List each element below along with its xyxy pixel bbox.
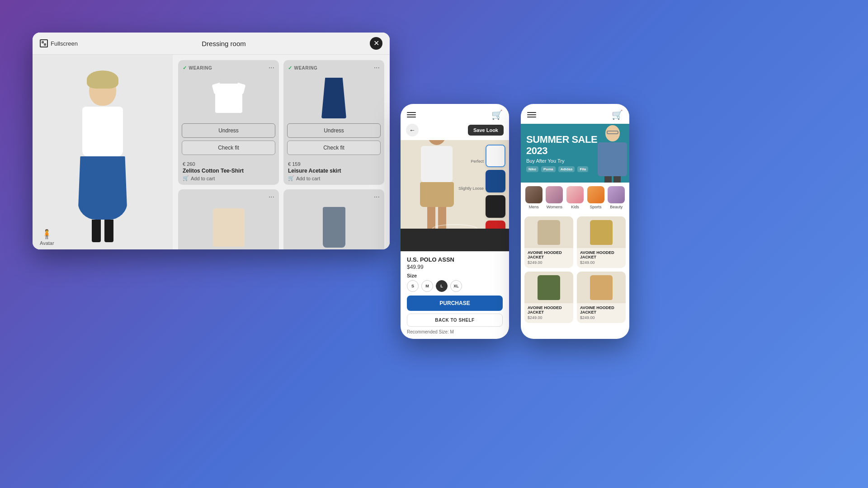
undress-button-skirt[interactable]: Undress [287, 123, 381, 138]
model-body [421, 146, 453, 182]
phone1-product-info: U.S. POLO ASSN $49.99 Size S M L XL PURC… [401, 251, 509, 339]
avatar-section: 🧍 Avatar [33, 55, 173, 249]
category-kids[interactable]: Kids [566, 186, 585, 209]
dressing-room-header: Fullscreen Dressing room ✕ [33, 33, 390, 55]
close-button[interactable]: ✕ [370, 37, 382, 50]
product-brand: U.S. POLO ASSN [407, 256, 503, 263]
jacket-illustration-4 [590, 275, 613, 300]
product-info-1: AVOINE HOODED JACKET $249.00 [524, 248, 573, 268]
item-card-tshirt: ✓ WEARING ··· Undress [178, 60, 279, 185]
fit-label-loose: Slightly Loose [458, 186, 484, 191]
dressing-room-title: Dressing room [202, 40, 246, 47]
cart-icon[interactable]: 🛒 [491, 109, 503, 120]
dressing-room-modal: Fullscreen Dressing room ✕ [33, 33, 390, 249]
cat-name-sports: Sports [590, 205, 602, 209]
sale-banner: SUMMER SALE2023 Buy After You Try Nike P… [521, 124, 629, 183]
dressing-room-body: 🧍 Avatar ✓ WEARING ··· [33, 55, 390, 249]
jacket-illustration-1 [538, 220, 560, 245]
item-more-jeans[interactable]: ··· [374, 193, 380, 201]
avatar-legs [71, 220, 134, 242]
avatar-figure [53, 65, 152, 246]
swatch-black[interactable] [486, 195, 505, 218]
product-price-3: $249.00 [528, 315, 570, 320]
item-card-shirt: ··· € 140 Lotta Fluid shirt 🛒 Add to car… [178, 189, 279, 249]
product-card-2[interactable]: AVOINE HOODED JACKET $249.00 [577, 216, 626, 268]
recommended-size: Recommended Size: M [407, 329, 503, 334]
wearing-badge-skirt: ✓ WEARING [288, 65, 317, 71]
skirt-illustration [321, 78, 346, 118]
sale-text-block: SUMMER SALE2023 Buy After You Try Nike P… [526, 134, 597, 172]
product-name-4: AVOINE HOODED JACKET [580, 305, 623, 314]
fit-label-perfect: Perfect [471, 159, 484, 164]
size-m[interactable]: M [421, 280, 433, 292]
category-womens[interactable]: Womens [545, 186, 564, 209]
cat-name-mens: Mens [529, 205, 539, 209]
size-options: S M L XL [407, 280, 503, 292]
add-to-cart-skirt[interactable]: 🛒 Add to cart [288, 175, 380, 181]
size-l[interactable]: L [436, 280, 448, 292]
category-beauty[interactable]: Beauty [607, 186, 626, 209]
add-to-cart-tshirt[interactable]: 🛒 Add to cart [183, 175, 274, 181]
save-look-button[interactable]: Save Look [468, 125, 504, 136]
brand-logos: Nike Puma Adidas Fila [526, 166, 597, 172]
shirt-illustration [213, 208, 245, 247]
product-info-4: AVOINE HOODED JACKET $249.00 [577, 303, 626, 323]
phone1-header: 🛒 [401, 104, 509, 124]
brand-puma: Puma [541, 166, 556, 172]
product-card-3[interactable]: AVOINE HOODED JACKET $249.00 [524, 272, 573, 323]
product-price: $49.99 [407, 264, 503, 270]
purchase-button[interactable]: PURCHASE [407, 296, 503, 311]
menu-icon-phone2[interactable] [527, 112, 536, 117]
cat-thumb-kids [566, 186, 584, 203]
avatar-label: 🧍 Avatar [40, 229, 54, 246]
svg-rect-0 [42, 42, 43, 43]
product-name-2: AVOINE HOODED JACKET [580, 250, 623, 259]
size-xl[interactable]: XL [450, 280, 462, 292]
item-name-tshirt: Zelitos Cotton Tee-Shirt [183, 168, 274, 174]
item-price-tshirt: € 260 [183, 161, 274, 167]
menu-icon[interactable] [407, 112, 416, 117]
item-image-shirt [178, 205, 279, 249]
item-image-jeans [283, 205, 384, 249]
cat-thumb-mens [525, 186, 542, 203]
product-name-1: AVOINE HOODED JACKET [528, 250, 570, 259]
tshirt-illustration [213, 80, 245, 116]
category-sports[interactable]: Sports [586, 186, 605, 209]
category-mens[interactable]: Mens [524, 186, 543, 209]
fullscreen-label: Fullscreen [51, 40, 78, 47]
product-price-2: $249.00 [580, 260, 623, 265]
item-more-shirt[interactable]: ··· [269, 193, 274, 201]
product-img-1 [524, 216, 573, 248]
back-button[interactable]: ← [406, 124, 419, 136]
product-card-4[interactable]: AVOINE HOODED JACKET $249.00 [577, 272, 626, 323]
product-name-3: AVOINE HOODED JACKET [528, 305, 570, 314]
cat-thumb-beauty [608, 186, 625, 203]
cart-icon-phone2[interactable]: 🛒 [612, 109, 623, 120]
swatch-blue[interactable] [486, 170, 505, 192]
item-info-skirt: € 159 Leisure Acetate skirt 🛒 Add to car… [283, 159, 384, 185]
size-s[interactable]: S [407, 280, 419, 292]
avatar-leg-left [92, 220, 101, 242]
item-card-header-tshirt: ✓ WEARING ··· [178, 60, 279, 75]
product-price-1: $249.00 [528, 260, 570, 265]
cat-name-womens: Womens [547, 205, 562, 209]
check-fit-button-skirt[interactable]: Check fit [287, 141, 381, 155]
item-card-header-jeans: ··· [283, 189, 384, 205]
product-card-1[interactable]: AVOINE HOODED JACKET $249.00 [524, 216, 573, 268]
back-to-shelf-button[interactable]: BACK TO SHELF [407, 314, 503, 327]
jacket-illustration-2 [590, 220, 613, 245]
fullscreen-button[interactable]: Fullscreen [40, 39, 78, 47]
item-more-skirt[interactable]: ··· [374, 64, 380, 72]
swatch-white[interactable] [486, 145, 505, 167]
undress-button-tshirt[interactable]: Undress [182, 123, 275, 138]
phone-2-summer-sale: 🛒 SUMMER SALE2023 Buy After You Try Nike… [521, 104, 629, 339]
phone1-action-btns: PURCHASE BACK TO SHELF [407, 296, 503, 327]
check-fit-button-tshirt[interactable]: Check fit [182, 141, 275, 155]
phone1-sub-header: ← Save Look [401, 124, 509, 140]
product-img-2 [577, 216, 626, 248]
wearing-badge-tshirt: ✓ WEARING [183, 65, 212, 71]
phone2-header: 🛒 [521, 104, 629, 124]
item-price-skirt: € 159 [288, 161, 380, 167]
item-more-tshirt[interactable]: ··· [269, 64, 274, 72]
avatar-torso [82, 107, 123, 156]
